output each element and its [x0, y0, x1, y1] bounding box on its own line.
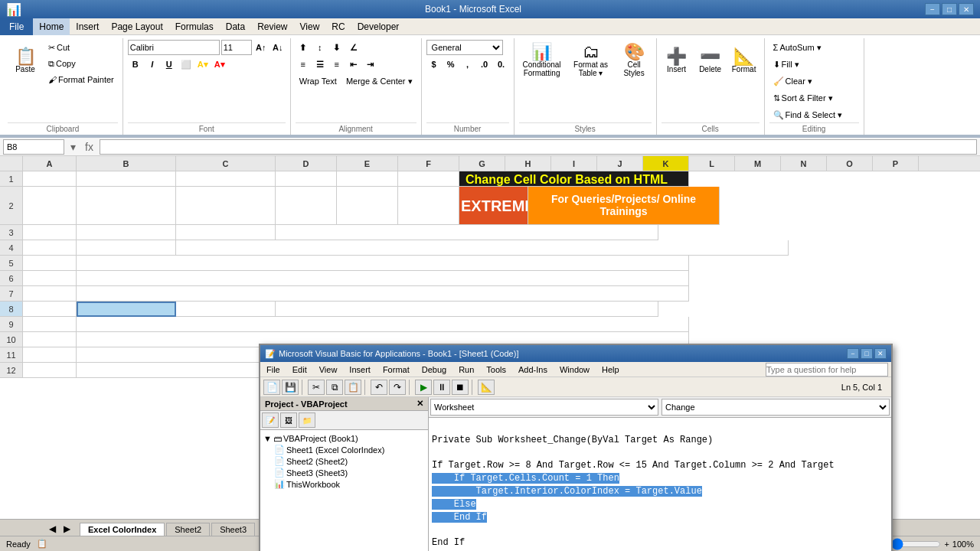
col-header-K[interactable]: K: [643, 156, 689, 171]
vba-menu-view[interactable]: View: [313, 364, 344, 376]
menu-home[interactable]: Home: [33, 18, 70, 35]
vba-procedure-selector[interactable]: Change: [662, 399, 890, 416]
menu-formulas[interactable]: Formulas: [169, 18, 220, 35]
merge-center-button[interactable]: Merge & Center ▾: [342, 73, 416, 89]
menu-review[interactable]: Review: [251, 18, 293, 35]
vba-undo-button[interactable]: ↶: [371, 380, 387, 395]
number-format-select[interactable]: General: [426, 40, 503, 55]
formula-input[interactable]: [100, 139, 977, 155]
cell-C2[interactable]: [176, 187, 276, 225]
vba-menu-addins[interactable]: Add-Ins: [512, 364, 554, 376]
percent-button[interactable]: %: [443, 57, 459, 72]
format-button[interactable]: 📐 Format: [729, 40, 760, 81]
col-header-A[interactable]: A: [23, 156, 77, 171]
col-header-D[interactable]: D: [276, 156, 337, 171]
menu-view[interactable]: View: [294, 18, 326, 35]
vba-menu-format[interactable]: Format: [377, 364, 416, 376]
col-header-O[interactable]: O: [827, 156, 873, 171]
vba-menu-insert[interactable]: Insert: [343, 364, 377, 376]
vba-tree-thisworkbook[interactable]: 📊 ThisWorkbook: [263, 478, 425, 490]
scroll-tabs-right-button[interactable]: ▶: [60, 522, 74, 536]
decrease-font-button[interactable]: A↓: [270, 40, 286, 55]
vba-cut-button[interactable]: ✂: [308, 380, 325, 395]
vba-copy-button[interactable]: ⧉: [326, 380, 343, 395]
vba-tree-root[interactable]: ▼ 🗃 VBAProject (Book1): [263, 433, 425, 444]
insert-button[interactable]: ➕ Insert: [662, 40, 692, 81]
col-header-G[interactable]: G: [459, 156, 505, 171]
vba-reset-button[interactable]: ⏹: [452, 380, 469, 395]
vba-tree-sheet3[interactable]: 📄 Sheet3 (Sheet3): [263, 467, 425, 478]
col-header-H[interactable]: H: [505, 156, 551, 171]
menu-file[interactable]: File: [0, 18, 33, 35]
vba-paste-button[interactable]: 📋: [345, 380, 361, 395]
increase-font-button[interactable]: A↑: [253, 40, 269, 55]
vba-tree-sheet1[interactable]: 📄 Sheet1 (Excel ColorIndex): [263, 444, 425, 455]
sheet-tab-excel-colorindex[interactable]: Excel ColorIndex: [80, 523, 165, 536]
fill-button[interactable]: ⬇ Fill ▾: [769, 57, 803, 72]
menu-rc[interactable]: RC: [325, 18, 351, 35]
menu-insert[interactable]: Insert: [70, 18, 105, 35]
cell-E1[interactable]: [337, 171, 398, 187]
vba-minimize-button[interactable]: −: [847, 348, 859, 359]
cell-B1[interactable]: [77, 171, 176, 187]
col-header-P[interactable]: P: [873, 156, 919, 171]
sort-filter-button[interactable]: ⇅ Sort & Filter ▾: [769, 90, 837, 106]
selected-cell-B8[interactable]: [77, 302, 176, 317]
conditional-formatting-button[interactable]: 📊 Conditional Formatting: [519, 40, 565, 81]
vba-menu-edit[interactable]: Edit: [286, 364, 313, 376]
align-left-button[interactable]: ≡: [296, 57, 311, 72]
col-header-J[interactable]: J: [597, 156, 643, 171]
cell-B2[interactable]: [77, 187, 176, 225]
increase-indent-button[interactable]: ⇥: [363, 57, 378, 72]
col-header-N[interactable]: N: [781, 156, 827, 171]
increase-decimal-button[interactable]: 0.: [494, 57, 509, 72]
cell-A2[interactable]: [23, 187, 77, 225]
comma-button[interactable]: ,: [460, 57, 475, 72]
vba-toggle-folders-button[interactable]: 📁: [299, 412, 315, 428]
menu-developer[interactable]: Developer: [351, 18, 406, 35]
vba-redo-button[interactable]: ↷: [389, 380, 406, 395]
zoom-in-button[interactable]: +: [944, 540, 949, 549]
cell-styles-button[interactable]: 🎨 Cell Styles: [617, 40, 652, 81]
vba-save-button[interactable]: 💾: [282, 380, 299, 395]
vba-new-button[interactable]: 📄: [263, 380, 280, 395]
align-right-button[interactable]: ≡: [329, 57, 345, 72]
cut-button[interactable]: ✂ Cut: [44, 40, 118, 55]
vba-view-code-button[interactable]: 📝: [262, 412, 279, 428]
banner-extreme-cell[interactable]: EXTREME: [459, 187, 528, 225]
autosum-button[interactable]: Σ AutoSum ▾: [769, 40, 825, 55]
vba-design-mode-button[interactable]: 📐: [478, 380, 495, 395]
paste-button[interactable]: 📋 Paste: [8, 40, 43, 81]
maximize-button[interactable]: □: [942, 3, 957, 15]
vba-project-close-icon[interactable]: ✕: [416, 399, 423, 409]
underline-button[interactable]: U: [162, 57, 177, 72]
close-button[interactable]: ✕: [959, 3, 974, 15]
cell-E2[interactable]: [337, 187, 398, 225]
cell-D1[interactable]: [276, 171, 337, 187]
col-header-F[interactable]: F: [398, 156, 459, 171]
banner-text-cell[interactable]: Change Cell Color Based on HTML Index Va…: [459, 171, 689, 187]
sheet-tab-sheet3[interactable]: Sheet3: [211, 523, 255, 536]
delete-button[interactable]: ➖ Delete: [695, 40, 726, 81]
col-header-C[interactable]: C: [176, 156, 276, 171]
decrease-decimal-button[interactable]: .0: [477, 57, 492, 72]
col-header-I[interactable]: I: [551, 156, 597, 171]
vba-break-button[interactable]: ⏸: [433, 380, 450, 395]
cell-F2[interactable]: [398, 187, 459, 225]
vba-maximize-button[interactable]: □: [861, 348, 873, 359]
vba-object-selector[interactable]: Worksheet: [430, 399, 658, 416]
cell-A1[interactable]: [23, 171, 77, 187]
vba-help-search[interactable]: [766, 363, 888, 377]
font-color-button[interactable]: A▾: [212, 57, 227, 72]
vba-close-button[interactable]: ✕: [874, 348, 887, 359]
vba-menu-file[interactable]: File: [260, 364, 286, 376]
bold-button[interactable]: B: [128, 57, 143, 72]
format-as-table-button[interactable]: 🗂 Format as Table ▾: [568, 40, 614, 81]
col-header-B[interactable]: B: [77, 156, 176, 171]
vba-run-button[interactable]: ▶: [415, 380, 432, 395]
menu-page-layout[interactable]: Page Layout: [105, 18, 168, 35]
sheet-tab-sheet2[interactable]: Sheet2: [166, 523, 210, 536]
banner-right-cell[interactable]: For Queries/Projects/ Online Trainings: [528, 187, 720, 225]
currency-button[interactable]: $: [426, 57, 442, 72]
cell-D2[interactable]: [276, 187, 337, 225]
